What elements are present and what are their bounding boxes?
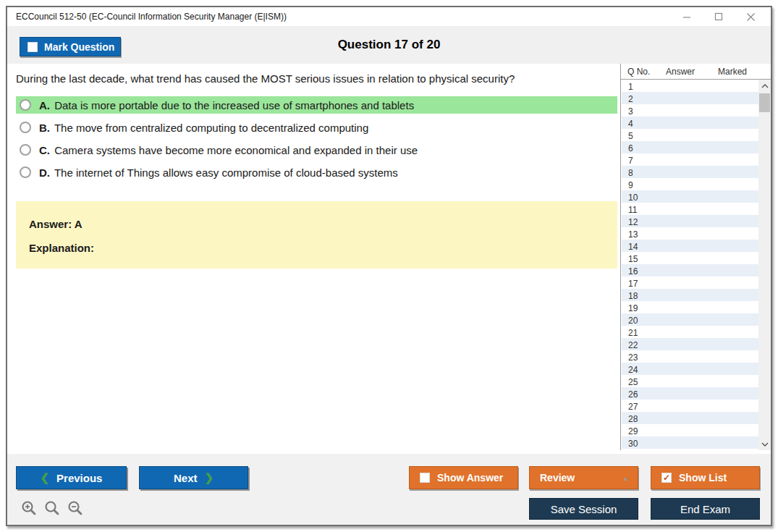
- question-number: 21: [622, 328, 638, 338]
- question-list-row[interactable]: 2: [622, 92, 758, 104]
- show-list-checkbox[interactable]: ✓: [661, 473, 672, 483]
- question-number: 3: [622, 106, 633, 117]
- zoom-in-button[interactable]: [20, 499, 38, 517]
- answer-option-b[interactable]: B. The move from centralized computing t…: [16, 119, 617, 136]
- question-list-row[interactable]: 3: [622, 104, 758, 117]
- question-list-row[interactable]: 27: [622, 400, 758, 412]
- question-number: 11: [622, 205, 637, 215]
- radio-button[interactable]: [20, 99, 31, 111]
- question-list-row[interactable]: 8: [622, 166, 758, 178]
- chevron-left-icon: ❮: [41, 471, 50, 484]
- question-list-row[interactable]: 9: [622, 178, 758, 190]
- end-exam-button[interactable]: End Exam: [651, 498, 760, 520]
- mark-question-checkbox[interactable]: [28, 42, 38, 52]
- show-answer-checkbox[interactable]: [420, 473, 430, 483]
- previous-button[interactable]: ❮ Previous: [16, 466, 127, 489]
- question-list-row[interactable]: 17: [622, 276, 758, 289]
- question-list-row[interactable]: 14: [622, 240, 758, 252]
- question-number: 10: [622, 193, 638, 203]
- question-number: 16: [622, 266, 638, 276]
- question-list-row[interactable]: 12: [622, 215, 758, 227]
- close-button[interactable]: [735, 8, 766, 25]
- question-number: 14: [622, 242, 638, 252]
- question-number: 23: [622, 352, 638, 363]
- options-list: A. Data is more portable due to the incr…: [16, 96, 617, 186]
- show-answer-button[interactable]: Show Answer: [409, 466, 518, 489]
- save-session-button[interactable]: Save Session: [529, 498, 638, 520]
- scroll-down-button[interactable]: [758, 438, 771, 450]
- answer-option-d[interactable]: D. The internet of Things allows easy co…: [16, 164, 617, 181]
- question-list-row[interactable]: 6: [622, 141, 758, 153]
- question-number: 19: [622, 303, 638, 313]
- option-text: D. The internet of Things allows easy co…: [39, 166, 398, 179]
- mark-question-button[interactable]: Mark Question: [20, 37, 121, 56]
- question-list-scrollbar[interactable]: [758, 80, 771, 450]
- header-strip: Question 17 of 20 Mark Question: [7, 26, 771, 64]
- zoom-out-button[interactable]: [67, 499, 84, 517]
- question-list-row[interactable]: 26: [622, 387, 758, 400]
- question-counter: Question 17 of 20: [7, 38, 771, 52]
- app-window: ECCouncil 512-50 (EC-Council Information…: [6, 6, 772, 526]
- question-number: 4: [622, 119, 633, 129]
- question-number: 30: [622, 439, 638, 449]
- radio-button[interactable]: [20, 122, 31, 133]
- question-list-row[interactable]: 23: [622, 350, 758, 363]
- answer-explanation-box: Answer: A Explanation:: [16, 201, 617, 269]
- question-list-row[interactable]: 24: [622, 363, 758, 375]
- column-marked: Marked: [718, 67, 747, 77]
- window-title: ECCouncil 512-50 (EC-Council Information…: [7, 12, 671, 22]
- footer-bar: ❮ Previous Next ❯ Show Answer Review ▲ ✓…: [7, 454, 771, 525]
- question-number: 1: [622, 82, 633, 92]
- minimize-button[interactable]: [671, 8, 703, 25]
- zoom-toolbar: [20, 499, 84, 517]
- zoom-reset-button[interactable]: [43, 499, 61, 517]
- question-list-row[interactable]: 18: [622, 289, 758, 301]
- question-list-row[interactable]: 1: [622, 80, 758, 92]
- previous-label: Previous: [56, 472, 102, 484]
- review-dropdown-button[interactable]: Review ▲: [529, 466, 638, 489]
- answer-option-c[interactable]: C. Camera systems have become more econo…: [16, 141, 617, 159]
- question-list-row[interactable]: 29: [622, 424, 758, 436]
- maximize-button[interactable]: [703, 8, 735, 25]
- question-number: 27: [622, 402, 638, 412]
- zoom-out-icon: [67, 499, 84, 517]
- save-session-label: Save Session: [551, 503, 617, 515]
- question-list-header: Q No. Answer Marked: [621, 64, 771, 80]
- question-number: 25: [622, 377, 638, 387]
- answer-option-a[interactable]: A. Data is more portable due to the incr…: [16, 96, 617, 114]
- radio-button[interactable]: [20, 166, 31, 178]
- radio-button[interactable]: [20, 144, 31, 156]
- next-button[interactable]: Next ❯: [139, 466, 248, 489]
- question-list-row[interactable]: 22: [622, 338, 758, 350]
- question-list-row[interactable]: 15: [622, 252, 758, 264]
- scrollbar-thumb[interactable]: [759, 93, 770, 112]
- question-list-row[interactable]: 28: [622, 412, 758, 424]
- question-list-row[interactable]: 19: [622, 301, 758, 313]
- question-list-row[interactable]: 21: [622, 326, 758, 338]
- scroll-up-button[interactable]: [758, 80, 771, 92]
- chevron-right-icon: ❯: [204, 471, 213, 484]
- column-qno: Q No.: [627, 67, 650, 77]
- review-label: Review: [540, 472, 575, 484]
- minimize-icon: [682, 12, 691, 21]
- option-text: C. Camera systems have become more econo…: [39, 144, 418, 156]
- question-list-row[interactable]: 16: [622, 264, 758, 276]
- question-number: 18: [622, 291, 638, 301]
- question-list-row[interactable]: 13: [622, 227, 758, 240]
- question-list-row[interactable]: 30: [622, 436, 758, 449]
- explanation-label: Explanation:: [29, 242, 94, 254]
- option-text: B. The move from centralized computing t…: [39, 122, 368, 134]
- question-list-panel: Q No. Answer Marked 12345678910111213141…: [620, 64, 771, 450]
- question-number: 26: [622, 389, 638, 400]
- question-list-row[interactable]: 7: [622, 153, 758, 166]
- question-list-row[interactable]: 10: [622, 190, 758, 203]
- magnifier-icon: [43, 499, 61, 517]
- question-list-row[interactable]: 11: [622, 203, 758, 215]
- question-number: 24: [622, 365, 638, 375]
- question-list-row[interactable]: 20: [622, 313, 758, 326]
- question-list-row[interactable]: 4: [622, 117, 758, 129]
- show-list-button[interactable]: ✓ Show List: [651, 466, 760, 489]
- question-list-row[interactable]: 25: [622, 375, 758, 387]
- question-list-row[interactable]: 5: [622, 129, 758, 141]
- next-label: Next: [174, 472, 198, 484]
